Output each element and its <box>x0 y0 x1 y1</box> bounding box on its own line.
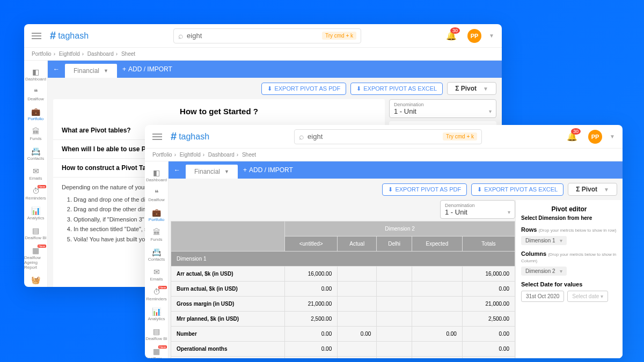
notifications-button[interactable]: 🔔 30 <box>446 31 457 41</box>
sheet-tabbar: ← Financial▼ +ADD / IMPORT <box>169 161 623 179</box>
cell <box>338 297 377 312</box>
sidebar-icon: ▦ <box>153 348 160 355</box>
tab-financial[interactable]: Financial▼ <box>65 64 117 78</box>
denomination-label: Denomination <box>445 203 510 208</box>
sidebar-item-dashboard[interactable]: ◧Dashboard <box>24 65 47 85</box>
cell: 0.00 <box>412 327 462 342</box>
sidebar-item-portfolio[interactable]: 💼Portfolio <box>145 205 168 225</box>
back-icon[interactable]: ← <box>174 166 180 174</box>
cell <box>338 312 377 327</box>
column-header[interactable]: Delhi <box>377 237 412 252</box>
menu-icon[interactable] <box>152 134 162 140</box>
column-header[interactable]: Actual <box>338 237 377 252</box>
crumb-dashboard[interactable]: Dashboard <box>208 152 235 158</box>
sidebar-item-emails[interactable]: ✉Emails <box>145 265 168 285</box>
chevron-down-icon[interactable]: ▼ <box>610 134 615 139</box>
sidebar-item-contacts[interactable]: 📇Contacts <box>24 144 47 164</box>
export-excel-button[interactable]: ⬇EXPORT PIVOT AS EXCEL <box>350 83 443 95</box>
sidebar-item-contacts[interactable]: 📇Contacts <box>145 245 168 265</box>
cell: 0.00 <box>338 357 377 359</box>
brand-logo[interactable]: #taghash <box>50 29 89 42</box>
sidebar-item-dealflow-ageing-report[interactable]: New▦Dealflow Ageing Report <box>24 243 47 273</box>
sidebar-item-reminders[interactable]: New⏱Reminders <box>24 184 47 204</box>
brand-logo[interactable]: #taghash <box>171 130 209 143</box>
sidebar-item-reminders[interactable]: New⏱Reminders <box>145 285 168 305</box>
date-select[interactable]: Select date ▾ <box>567 291 608 302</box>
sidebar-item-dealflow-bi[interactable]: ▤Dealflow BI <box>145 324 168 344</box>
row-label: Number <box>171 327 285 342</box>
cell: 16,000.00 <box>462 267 515 282</box>
cell <box>412 297 462 312</box>
tab-financial[interactable]: Financial▼ <box>186 165 238 179</box>
pivot-toggle-button[interactable]: Σ Pivot▼ <box>447 82 496 95</box>
chevron-down-icon: ▾ <box>508 209 510 215</box>
cell: 2,500.00 <box>462 312 515 327</box>
hash-icon: # <box>50 29 56 42</box>
rows-label: Rows <box>521 226 537 233</box>
avatar[interactable]: PP <box>588 130 602 144</box>
sidebar-item-dealflow-bi[interactable]: ▤Dealflow BI <box>24 224 47 243</box>
sidebar-icon: ⏱ <box>153 288 160 295</box>
sidebar-item-emails[interactable]: ✉Emails <box>24 164 47 184</box>
search-input[interactable] <box>187 32 322 40</box>
denomination-select[interactable]: Denomination 1 - Unit▾ <box>440 200 515 219</box>
table-row: Operational months0.000.00 <box>171 342 515 357</box>
sidebar-label: Dealflow BI <box>25 235 46 240</box>
crumb-eightfold[interactable]: Eightfold <box>180 152 201 158</box>
back-icon[interactable]: ← <box>53 65 60 73</box>
sidebar-icon: ▤ <box>32 227 39 234</box>
columns-dimension-chip[interactable]: Dimension 2▾ <box>521 267 567 276</box>
notifications-button[interactable]: 🔔 30 <box>567 131 577 142</box>
add-import-button[interactable]: +ADD / IMPORT <box>243 166 293 174</box>
search-box[interactable]: ⌕ Try cmd + k <box>173 28 361 43</box>
export-pdf-button[interactable]: ⬇EXPORT PIVOT AS PDF <box>382 183 467 196</box>
cell <box>338 282 377 297</box>
cell: 0.00 <box>462 327 515 342</box>
chevron-down-icon[interactable]: ▼ <box>489 33 494 39</box>
breadcrumb: Portfolio› Eightfold› Dashboard› Sheet <box>24 48 502 61</box>
sidebar-item-dealflow[interactable]: ❝Dealflow <box>24 85 47 105</box>
crumb-sheet[interactable]: Sheet <box>121 51 135 57</box>
sidebar-item-dealflow[interactable]: ❝Dealflow <box>145 186 168 205</box>
sidebar-item-dealflow-ageing-report[interactable]: New▦Dealflow Ageing Report <box>145 344 168 358</box>
brand-name: taghash <box>179 132 209 142</box>
cell <box>377 312 412 327</box>
menu-icon[interactable] <box>32 33 41 39</box>
column-header[interactable]: Expected <box>412 237 462 252</box>
sidebar-item-funds[interactable]: 🏛Funds <box>145 225 168 245</box>
sidebar-label: Dashboard <box>146 178 167 182</box>
export-excel-button[interactable]: ⬇EXPORT PIVOT AS EXCEL <box>471 183 564 196</box>
export-pdf-button[interactable]: ⬇EXPORT PIVOT AS PDF <box>261 83 346 95</box>
add-import-button[interactable]: +ADD / IMPORT <box>122 65 172 73</box>
sidebar-label: Dashboard <box>25 77 46 82</box>
denomination-select[interactable]: Denomination 1 - Unit▾ <box>389 99 496 118</box>
date-value[interactable]: 31st Oct 2020 <box>521 291 564 302</box>
cell <box>338 267 377 282</box>
plus-icon: + <box>243 166 247 174</box>
crumb-eightfold[interactable]: Eightfold <box>59 51 80 57</box>
crumb-portfolio[interactable]: Portfolio <box>152 152 172 158</box>
sidebar-item-portfolio[interactable]: 💼Portfolio <box>24 105 47 124</box>
notification-badge: 30 <box>571 128 581 135</box>
search-input[interactable] <box>308 132 443 141</box>
column-header[interactable]: Totals <box>462 237 515 252</box>
sidebar-label: Portfolio <box>149 217 164 222</box>
sidebar-item-dashboard[interactable]: ◧Dashboard <box>145 166 168 186</box>
date-label: Select Date for values <box>521 281 617 287</box>
sidebar-item-analytics[interactable]: 📊Analytics <box>145 305 168 324</box>
pivot-toggle-button[interactable]: Σ Pivot▼ <box>568 183 617 196</box>
crumb-sheet[interactable]: Sheet <box>242 152 256 158</box>
table-row: Number0.000.000.000.00 <box>171 327 515 342</box>
download-icon: ⬇ <box>267 85 272 92</box>
crumb-dashboard[interactable]: Dashboard <box>87 51 114 57</box>
rows-dimension-chip[interactable]: Dimension 1▾ <box>521 236 567 245</box>
download-icon: ⬇ <box>477 186 482 193</box>
sidebar-item-funds[interactable]: 🏛Funds <box>24 124 47 144</box>
search-box[interactable]: ⌕ Try cmd + k <box>294 129 482 144</box>
crumb-portfolio[interactable]: Portfolio <box>32 51 52 57</box>
column-header[interactable]: <untitled> <box>285 237 338 252</box>
actions-row: ⬇EXPORT PIVOT AS PDF ⬇EXPORT PIVOT AS EX… <box>169 179 623 200</box>
avatar[interactable]: PP <box>467 29 481 43</box>
sidebar-item-more[interactable]: 🧺 <box>24 273 47 287</box>
sidebar-item-analytics[interactable]: 📊Analytics <box>24 204 47 224</box>
